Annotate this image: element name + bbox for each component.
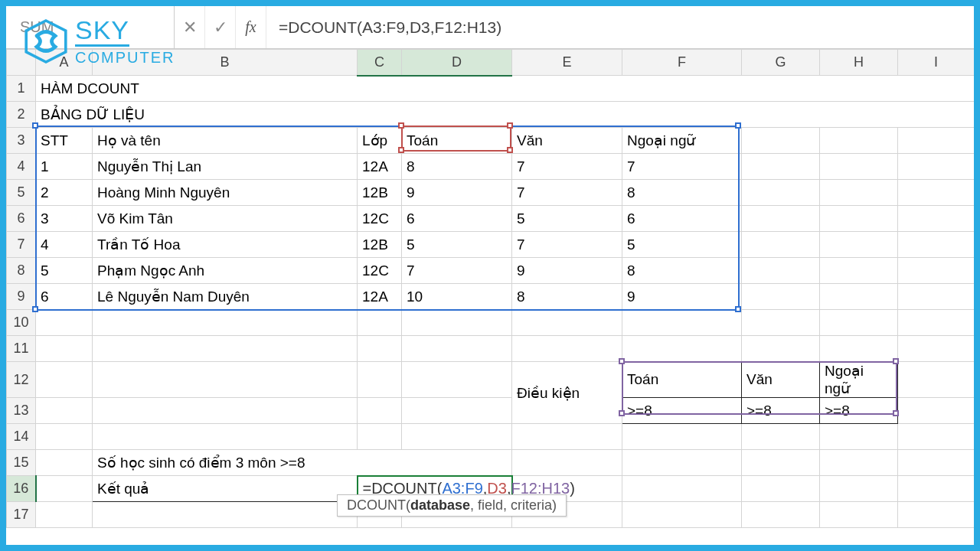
cell-A9[interactable]: 6 xyxy=(36,284,93,310)
cell-E7[interactable]: 7 xyxy=(512,232,622,258)
cell-E8[interactable]: 9 xyxy=(512,258,622,284)
cell-F5[interactable]: 8 xyxy=(622,180,742,206)
cell-A8[interactable]: 5 xyxy=(36,258,93,284)
close-icon: ✕ xyxy=(183,18,197,37)
range-handle-icon xyxy=(32,306,38,312)
cell-B4[interactable]: Nguyễn Thị Lan xyxy=(93,154,358,180)
col-header-I[interactable]: I xyxy=(898,50,975,76)
row-header-17[interactable]: 17 xyxy=(7,502,36,528)
col-header-C[interactable]: C xyxy=(358,50,402,76)
cell-B5[interactable]: Hoàng Minh Nguyên xyxy=(93,180,358,206)
cell-E9[interactable]: 8 xyxy=(512,284,622,310)
cell-C4[interactable]: 12A xyxy=(358,154,402,180)
range-handle-icon xyxy=(398,147,404,153)
cell-C5[interactable]: 12B xyxy=(358,180,402,206)
cell-title-1[interactable]: HÀM DCOUNT xyxy=(36,76,975,102)
cell-F12[interactable]: Toán xyxy=(622,362,742,398)
row-header-13[interactable]: 13 xyxy=(7,398,36,424)
cell-H13[interactable]: >=8 xyxy=(820,398,898,424)
cell-A3[interactable]: STT xyxy=(36,128,93,154)
cell-C3[interactable]: Lớp xyxy=(358,128,402,154)
cell-H12[interactable]: Ngoại ngữ xyxy=(820,362,898,398)
cell-C9[interactable]: 12A xyxy=(358,284,402,310)
row-header-14[interactable]: 14 xyxy=(7,424,36,450)
cell-F6[interactable]: 6 xyxy=(622,206,742,232)
cell-D3[interactable]: Toán xyxy=(402,128,512,154)
cell-A4[interactable]: 1 xyxy=(36,154,93,180)
row-header-12[interactable]: 12 xyxy=(7,362,36,398)
cell-D7[interactable]: 5 xyxy=(402,232,512,258)
formula-input-value: =DCOUNT(A3:F9,D3,F12:H13) xyxy=(279,18,501,37)
cell-F4[interactable]: 7 xyxy=(622,154,742,180)
cell-E4[interactable]: 7 xyxy=(512,154,622,180)
row-header-6[interactable]: 6 xyxy=(7,206,36,232)
cell-D6[interactable]: 6 xyxy=(402,206,512,232)
cell-D4[interactable]: 8 xyxy=(402,154,512,180)
cell-F8[interactable]: 8 xyxy=(622,258,742,284)
cell-F9[interactable]: 9 xyxy=(622,284,742,310)
cell-B7[interactable]: Trần Tố Hoa xyxy=(93,232,358,258)
cell-A5[interactable]: 2 xyxy=(36,180,93,206)
row-header-9[interactable]: 9 xyxy=(7,284,36,310)
name-box-value: SUM xyxy=(20,18,54,36)
col-header-G[interactable]: G xyxy=(742,50,820,76)
insert-function-button[interactable]: fx xyxy=(236,6,266,48)
row-header-16[interactable]: 16 xyxy=(7,476,36,502)
cell-F7[interactable]: 5 xyxy=(622,232,742,258)
cancel-formula-button[interactable]: ✕ xyxy=(175,6,205,48)
cell-F13[interactable]: >=8 xyxy=(622,398,742,424)
accept-formula-button[interactable]: ✓ xyxy=(205,6,236,48)
range-handle-icon xyxy=(32,122,38,129)
row-header-4[interactable]: 4 xyxy=(7,154,36,180)
row-header-8[interactable]: 8 xyxy=(7,258,36,284)
row-header-15[interactable]: 15 xyxy=(7,450,36,476)
cell-B3[interactable]: Họ và tên xyxy=(93,128,358,154)
col-header-F[interactable]: F xyxy=(622,50,742,76)
col-header-A[interactable]: A xyxy=(36,50,93,76)
cell-D8[interactable]: 7 xyxy=(402,258,512,284)
row-header-3[interactable]: 3 xyxy=(7,128,36,154)
spreadsheet-grid[interactable]: A B C D E F G H I 1 HÀM DCOUNT 2 BẢNG DỮ… xyxy=(6,49,974,528)
cell-B6[interactable]: Võ Kim Tân xyxy=(93,206,358,232)
cell-C7[interactable]: 12B xyxy=(358,232,402,258)
cell-B9[interactable]: Lê Nguyễn Nam Duyên xyxy=(93,284,358,310)
cell-G13[interactable]: >=8 xyxy=(742,398,820,424)
cell-G12[interactable]: Văn xyxy=(742,362,820,398)
cell-E5[interactable]: 7 xyxy=(512,180,622,206)
col-header-B[interactable]: B xyxy=(93,50,358,76)
cell-title-2[interactable]: BẢNG DỮ LIỆU xyxy=(36,102,975,128)
cell-criteria-label[interactable]: Điều kiện xyxy=(512,362,622,424)
cell-result-title[interactable]: Số học sinh có điểm 3 môn >=8 xyxy=(93,450,512,476)
cell-A7[interactable]: 4 xyxy=(36,232,93,258)
row-header-5[interactable]: 5 xyxy=(7,180,36,206)
cell-F3[interactable]: Ngoại ngữ xyxy=(622,128,742,154)
formula-input[interactable]: =DCOUNT(A3:F9,D3,F12:H13) xyxy=(266,6,974,48)
name-box[interactable]: SUM xyxy=(6,6,175,48)
cell-C8[interactable]: 12C xyxy=(358,258,402,284)
cell-E6[interactable]: 5 xyxy=(512,206,622,232)
row-header-7[interactable]: 7 xyxy=(7,232,36,258)
col-header-H[interactable]: H xyxy=(820,50,898,76)
row-header-2[interactable]: 2 xyxy=(7,102,36,128)
cell-D5[interactable]: 9 xyxy=(402,180,512,206)
row-header-1[interactable]: 1 xyxy=(7,76,36,102)
range-handle-icon xyxy=(619,358,625,364)
range-handle-icon xyxy=(398,122,404,129)
col-header-E[interactable]: E xyxy=(512,50,622,76)
cell-A6[interactable]: 3 xyxy=(36,206,93,232)
cell-C6[interactable]: 12C xyxy=(358,206,402,232)
cell-B16[interactable]: Kết quả xyxy=(93,476,358,502)
select-all-corner[interactable] xyxy=(7,50,36,76)
cell-D9[interactable]: 10 xyxy=(402,284,512,310)
formula-bar: SUM ✕ ✓ fx =DCOUNT(A3:F9,D3,F12:H13) xyxy=(6,6,974,49)
fx-icon: fx xyxy=(245,18,256,36)
col-header-D[interactable]: D xyxy=(402,50,512,76)
cell-E3[interactable]: Văn xyxy=(512,128,622,154)
range-handle-icon xyxy=(735,306,741,312)
row-header-11[interactable]: 11 xyxy=(7,336,36,362)
cell-B8[interactable]: Phạm Ngọc Anh xyxy=(93,258,358,284)
range-handle-icon xyxy=(507,122,513,129)
row-header-10[interactable]: 10 xyxy=(7,310,36,336)
range-handle-icon xyxy=(735,122,741,129)
range-handle-icon xyxy=(507,147,513,153)
